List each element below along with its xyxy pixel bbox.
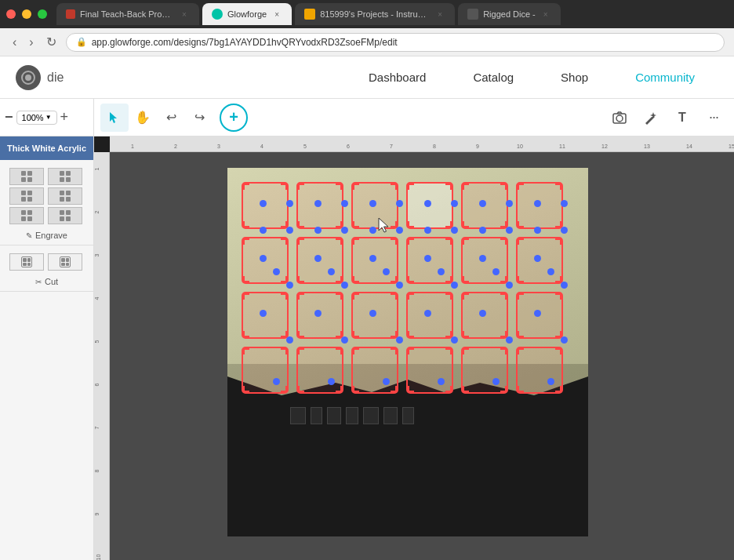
ruler-tick-1: 1 xyxy=(131,144,134,149)
die-dot xyxy=(260,255,267,262)
die-cell[interactable] xyxy=(516,347,563,394)
die-cell[interactable] xyxy=(296,292,343,339)
logo-icon xyxy=(16,65,41,90)
die-dot xyxy=(369,227,376,234)
tab-close-instructa[interactable]: × xyxy=(434,9,445,20)
die-cell[interactable] xyxy=(242,292,289,339)
operation-engrave[interactable]: ✎ Engrave xyxy=(0,160,93,245)
ruler-v-tick-6: 6 xyxy=(94,384,100,387)
ruler-v-tick-10: 10 xyxy=(96,555,101,560)
sil-3 xyxy=(327,407,341,424)
die-dot xyxy=(534,200,541,207)
ruler-tick-12: 12 xyxy=(601,144,608,149)
die-cell[interactable] xyxy=(242,182,289,229)
zoom-selector[interactable]: 100% ▼ xyxy=(16,111,57,125)
minimize-window-btn[interactable] xyxy=(22,9,31,19)
tab-close-dice[interactable]: × xyxy=(540,9,551,20)
die-cell[interactable] xyxy=(516,292,563,339)
tab-instructables[interactable]: 815999's Projects - Instructa... × xyxy=(295,3,455,25)
die-cell[interactable] xyxy=(242,347,289,394)
redo-icon: ↪ xyxy=(194,110,205,125)
url-bar[interactable]: 🔒 app.glowforge.com/designs/7bg1AYAYDD1h… xyxy=(66,33,725,52)
die-cell[interactable] xyxy=(406,182,453,229)
die-cell[interactable] xyxy=(461,237,508,284)
sil-4 xyxy=(346,407,358,424)
die-cell[interactable] xyxy=(516,237,563,284)
die-dot xyxy=(561,336,568,344)
cut-icon: ✂ xyxy=(35,278,42,286)
forward-button[interactable]: › xyxy=(26,34,36,51)
die-cell[interactable] xyxy=(351,182,398,229)
ruler-v-tick-4: 4 xyxy=(94,297,100,300)
nav-shop[interactable]: Shop xyxy=(537,56,612,99)
magic-button[interactable] xyxy=(637,104,665,132)
camera-icon xyxy=(612,111,627,125)
operation-cut[interactable]: ✂ Cut xyxy=(0,245,93,292)
ruler-vertical: 1 2 3 4 5 6 7 8 9 10 11 xyxy=(94,152,110,560)
zoom-plus-button[interactable]: + xyxy=(60,109,69,125)
pan-icon: ✋ xyxy=(135,110,151,125)
tab-favicon-instructa xyxy=(304,9,315,20)
zoom-minus-button[interactable]: − xyxy=(5,109,13,125)
tab-close-teach-back[interactable]: × xyxy=(179,9,190,20)
reload-button[interactable]: ↻ xyxy=(43,33,60,51)
die-cell[interactable] xyxy=(516,182,563,229)
ruler-v-tick-2: 2 xyxy=(94,211,100,214)
die-cell[interactable] xyxy=(461,292,508,339)
die-cell[interactable] xyxy=(242,237,289,284)
glowforge-logo-svg xyxy=(20,70,36,85)
die-cell[interactable] xyxy=(461,347,508,394)
close-window-btn[interactable] xyxy=(6,9,16,19)
main-canvas[interactable] xyxy=(110,152,734,560)
more-icon: ··· xyxy=(709,109,718,125)
pan-tool-button[interactable]: ✋ xyxy=(129,104,157,132)
die-dot xyxy=(286,227,293,234)
tab-close-glowforge[interactable]: × xyxy=(271,9,282,20)
cut-thumb-2 xyxy=(48,253,82,271)
die-cell[interactable] xyxy=(296,347,343,394)
die-cell[interactable] xyxy=(296,182,343,229)
die-cell[interactable] xyxy=(406,292,453,339)
ruler-tick-6: 6 xyxy=(347,144,350,149)
die-cell[interactable] xyxy=(461,182,508,229)
tab-dice[interactable]: Rigged Dice - × xyxy=(458,3,561,25)
select-tool-button[interactable] xyxy=(100,104,129,132)
undo-button[interactable]: ↩ xyxy=(157,104,185,132)
ruler-horizontal: /* ticks rendered below */ 1 2 3 4 5 6 7… xyxy=(110,136,734,152)
ruler-tick-8: 8 xyxy=(433,144,436,149)
engrave-thumbnail-grid xyxy=(6,165,87,227)
die-dot xyxy=(260,227,267,234)
die-dot xyxy=(492,378,500,385)
nav-community[interactable]: Community xyxy=(612,56,718,99)
camera-button[interactable] xyxy=(605,104,634,132)
editor: − 100% ▼ + Thick White Acrylic xyxy=(0,99,734,560)
svg-point-3 xyxy=(616,115,623,122)
more-button[interactable]: ··· xyxy=(699,104,728,132)
die-cell[interactable] xyxy=(406,237,453,284)
tab-teach-back[interactable]: Final Teach-Back Proposal × xyxy=(56,3,199,25)
nav-catalog[interactable]: Catalog xyxy=(449,56,537,99)
text-tool-button[interactable]: T xyxy=(668,104,696,132)
add-button-wrapper: + xyxy=(220,104,248,132)
die-dot xyxy=(341,227,348,234)
die-cell[interactable] xyxy=(296,237,343,284)
add-element-button[interactable]: + xyxy=(220,104,248,132)
nav-dashboard[interactable]: Dashboard xyxy=(345,56,449,99)
ruler-tick-15: 15 xyxy=(729,144,734,149)
die-dot xyxy=(424,255,431,262)
tab-glowforge[interactable]: Glowforge × xyxy=(202,3,292,25)
tab-favicon-teach-back xyxy=(66,9,75,19)
back-button[interactable]: ‹ xyxy=(9,34,20,51)
die-cell[interactable] xyxy=(351,347,398,394)
die-dot xyxy=(534,227,541,234)
die-cell[interactable] xyxy=(351,292,398,339)
die-cell[interactable] xyxy=(406,347,453,394)
material-panel[interactable]: Thick White Acrylic xyxy=(0,136,93,160)
tab-label-dice: Rigged Dice - xyxy=(483,9,536,19)
ruler-tick-10: 10 xyxy=(517,144,523,149)
die-cell[interactable] xyxy=(351,237,398,284)
full-toolbar: ✋ ↩ ↪ + xyxy=(94,99,734,136)
maximize-window-btn[interactable] xyxy=(38,9,47,19)
redo-button[interactable]: ↪ xyxy=(185,104,213,132)
zoom-chevron-icon: ▼ xyxy=(45,114,52,121)
